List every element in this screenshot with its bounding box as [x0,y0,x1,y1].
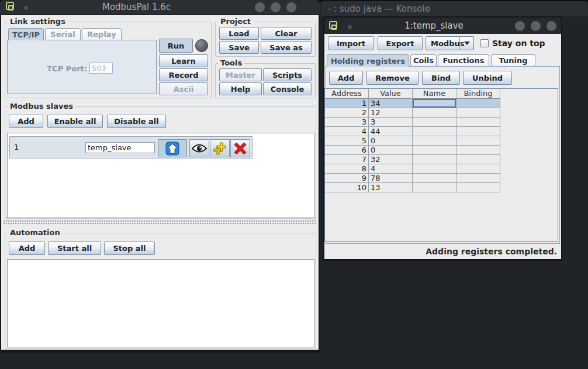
help-button[interactable]: Help [219,82,262,95]
close-icon[interactable] [547,21,556,31]
slave-duplicate-button[interactable] [210,139,230,157]
table-cell-value[interactable]: 32 [369,155,413,164]
register-bind-button[interactable]: Bind [422,71,460,85]
tab-coils[interactable]: Coils [410,54,437,66]
table-cell-value[interactable]: 78 [369,174,413,183]
table-cell-name[interactable] [413,164,456,174]
table-cell-name[interactable] [413,136,456,146]
table-cell-value[interactable]: 0 [369,136,413,146]
tab-functions[interactable]: Functions [438,54,489,66]
table-cell-binding[interactable] [456,136,500,146]
table-cell-address[interactable]: 9 [325,174,369,183]
table-cell-address[interactable]: 3 [325,118,369,127]
save-as-button[interactable]: Save as [261,41,312,54]
table-cell-address[interactable]: 7 [325,155,369,164]
registers-table[interactable]: AddressValueNameBinding13421233444506073… [325,89,558,192]
table-cell-value[interactable]: 3 [369,118,413,127]
table-cell-name[interactable] [413,99,456,108]
load-button[interactable]: Load [219,27,259,40]
table-cell-binding[interactable] [456,108,500,118]
tab-serial[interactable]: Serial [45,28,81,40]
table-cell-name[interactable] [413,118,456,127]
stop-all-button[interactable]: Stop all [104,242,155,255]
register-add-button[interactable]: Add [329,71,363,85]
table-cell-value[interactable]: 0 [369,146,413,155]
registers-scrollpane[interactable]: AddressValueNameBinding13421233444506073… [324,88,558,242]
table-cell-address[interactable]: 10 [325,183,369,192]
table-cell-binding[interactable] [456,164,500,174]
table-cell-address[interactable]: 4 [325,127,369,136]
column-header[interactable]: Binding [456,89,500,99]
stay-on-top-checkbox[interactable] [480,39,489,47]
enable-all-button[interactable]: Enable all [47,115,103,128]
table-cell-binding[interactable] [456,118,500,127]
table-row[interactable]: 444 [325,127,558,136]
table-cell-value[interactable]: 13 [369,183,413,192]
slave-enabled-toggle[interactable] [158,139,187,157]
slave-delete-button[interactable] [230,139,250,157]
table-cell-name[interactable] [413,155,456,164]
table-row[interactable]: 33 [325,118,558,127]
table-cell-name[interactable] [413,183,456,192]
table-cell-binding[interactable] [456,183,500,192]
table-row[interactable]: 84 [325,164,558,174]
table-row[interactable]: 212 [325,108,558,118]
automation-add-button[interactable]: Add [9,242,45,255]
learn-button[interactable]: Learn [159,54,208,67]
table-cell-address[interactable]: 8 [325,164,369,174]
minimize-icon[interactable] [255,2,265,12]
column-header[interactable]: Name [413,89,456,99]
start-all-button[interactable]: Start all [48,242,101,255]
table-cell-name[interactable] [413,174,456,183]
table-cell-binding[interactable] [456,146,500,155]
tcp-port-input[interactable] [89,63,113,74]
table-cell-name[interactable] [413,146,456,155]
maximize-icon[interactable] [271,2,281,12]
table-cell-name[interactable] [413,127,456,136]
table-cell-value[interactable]: 4 [369,164,413,174]
slave-name-input[interactable] [85,142,155,153]
slave-row[interactable]: 1 [9,136,253,158]
table-row[interactable]: 60 [325,146,558,155]
table-row[interactable]: 134 [325,99,558,108]
tab-tcpip[interactable]: TCP/IP [8,28,44,40]
slave-window-titlebar[interactable]: 1:temp_slave [324,18,561,34]
export-button[interactable]: Export [378,36,423,50]
table-cell-address[interactable]: 5 [325,136,369,146]
column-header[interactable]: Address [325,89,369,99]
table-cell-value[interactable]: 34 [369,99,413,108]
tab-tuning[interactable]: Tuning [491,54,535,66]
table-row[interactable]: 978 [325,174,558,183]
slave-view-button[interactable] [189,139,209,157]
table-cell-address[interactable]: 1 [325,99,369,108]
table-cell-binding[interactable] [456,127,500,136]
table-cell-name[interactable] [413,108,456,118]
tab-holding-registers[interactable]: Holding registers [327,54,409,67]
minimize-icon[interactable] [515,21,525,31]
protocol-dropdown[interactable]: Modbus [426,36,474,50]
close-icon[interactable] [286,2,296,12]
table-cell-value[interactable]: 12 [369,108,413,118]
table-row[interactable]: 50 [325,136,558,146]
console-button[interactable]: Console [263,82,312,95]
table-row[interactable]: 732 [325,155,558,164]
konsole-titlebar[interactable]: - : sudo java — Konsole [321,1,588,16]
table-cell-binding[interactable] [456,174,500,183]
table-cell-binding[interactable] [456,155,500,164]
table-cell-address[interactable]: 2 [325,108,369,118]
register-remove-button[interactable]: Remove [366,71,418,85]
register-unbind-button[interactable]: Unbind [463,71,512,85]
table-cell-address[interactable]: 6 [325,146,369,155]
dropdown-arrow-button[interactable] [459,37,473,50]
maximize-icon[interactable] [531,21,541,31]
stay-on-top-label[interactable]: Stay on top [492,39,545,48]
table-row[interactable]: 1013 [325,183,558,192]
run-button[interactable]: Run [159,39,193,53]
clear-button[interactable]: Clear [261,27,312,40]
slaves-add-button[interactable]: Add [9,115,43,128]
table-header[interactable]: AddressValueNameBinding [325,89,558,99]
tab-replay[interactable]: Replay [82,28,122,40]
column-header[interactable]: Value [369,89,413,99]
table-cell-value[interactable]: 44 [369,127,413,136]
disable-all-button[interactable]: Disable all [107,115,166,128]
